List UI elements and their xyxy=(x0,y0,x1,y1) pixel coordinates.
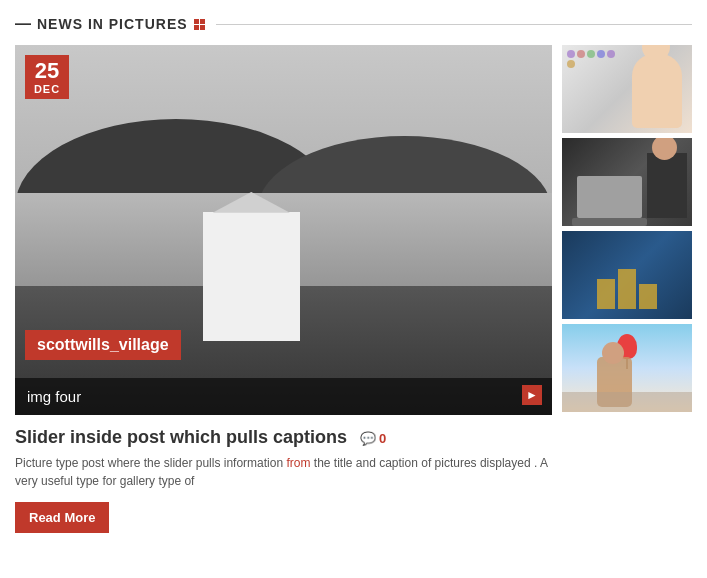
comment-badge[interactable]: 💬 0 xyxy=(360,431,386,446)
section-dash: — xyxy=(15,15,31,33)
main-image: 25 DEC scottwills_village img four ► xyxy=(15,45,552,415)
post-info: Slider inside post which pulls captions … xyxy=(15,427,552,533)
section-title: NEWS IN PICTURES xyxy=(37,16,188,32)
comment-count: 0 xyxy=(379,431,386,446)
slider-next-arrow[interactable]: ► xyxy=(522,385,542,405)
date-day: 25 xyxy=(33,59,61,83)
sidebar-column xyxy=(562,45,692,533)
sidebar-thumb-3[interactable] xyxy=(562,231,692,319)
post-excerpt: Picture type post where the slider pulls… xyxy=(15,454,552,490)
main-column: 25 DEC scottwills_village img four ► Sli… xyxy=(15,45,552,533)
image-caption-text: img four xyxy=(27,388,81,405)
sidebar-thumb-2[interactable] xyxy=(562,138,692,226)
thumb-person2 xyxy=(647,153,687,218)
sidebar-thumb-4[interactable] xyxy=(562,324,692,412)
image-caption-bar: img four ► xyxy=(15,378,552,415)
thumb-laptop xyxy=(577,176,642,218)
date-month: DEC xyxy=(33,83,61,95)
date-badge: 25 DEC xyxy=(25,55,69,99)
post-title-text: Slider inside post which pulls captions xyxy=(15,427,347,447)
thumb-dots xyxy=(567,50,617,68)
thumb-person xyxy=(632,53,682,128)
sidebar-thumb-1[interactable] xyxy=(562,45,692,133)
post-title: Slider inside post which pulls captions … xyxy=(15,427,552,448)
image-tag-label: scottwills_village xyxy=(25,330,181,360)
building-main xyxy=(203,212,300,342)
excerpt-link[interactable]: from xyxy=(286,456,310,470)
read-more-button[interactable]: Read More xyxy=(15,502,109,533)
thumb-boxes xyxy=(597,269,657,309)
section-header-line xyxy=(216,24,692,25)
comment-icon: 💬 xyxy=(360,431,376,446)
section-header: — NEWS IN PICTURES xyxy=(15,15,692,33)
grid-icon xyxy=(194,19,208,30)
content-area: 25 DEC scottwills_village img four ► Sli… xyxy=(15,45,692,533)
